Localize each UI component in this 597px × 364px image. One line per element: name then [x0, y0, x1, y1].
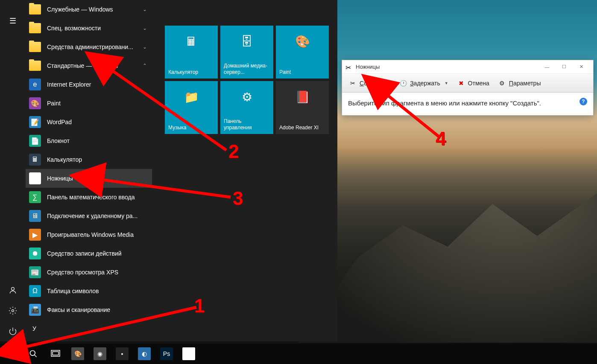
- windows-logo-icon: [7, 350, 15, 358]
- gear-icon: ⚙: [498, 79, 506, 87]
- search-button[interactable]: [22, 344, 44, 364]
- start-button[interactable]: [0, 344, 22, 364]
- app-icon: e: [29, 79, 41, 90]
- tile-icon: 📁: [182, 88, 200, 106]
- tile-group: 🖩 Калькулятор🗄 Домашний медиа-сервер...🎨…: [165, 26, 329, 134]
- folder-label: Средства администрировани...: [47, 44, 133, 50]
- snipping-tool-window: ✂ Ножницы — ☐ ✕ ✂ Создать ▼ 🕐 Задержать …: [342, 60, 594, 116]
- app-item[interactable]: ✂ Ножницы: [26, 169, 152, 188]
- folder-item[interactable]: Спец. возможности ⌄: [26, 19, 152, 38]
- maximize-button[interactable]: ☐: [556, 61, 573, 73]
- taskbar-app-snip[interactable]: ✂: [178, 344, 200, 364]
- app-icon: 📰: [29, 266, 41, 278]
- app-item[interactable]: 📝 WordPad: [26, 113, 152, 131]
- start-menu: ☰ Служебные — Windows ⌄ Спец. возможност…: [0, 0, 337, 341]
- app-item[interactable]: e Internet Explorer: [26, 75, 152, 94]
- folder-icon: [29, 23, 41, 33]
- help-icon[interactable]: ?: [579, 98, 587, 105]
- close-button[interactable]: ✕: [573, 61, 590, 73]
- app-item[interactable]: 🖩 Калькулятор: [26, 150, 152, 169]
- app-label: Факсы и сканирование: [47, 306, 110, 313]
- taskbar-app-disc[interactable]: ◐: [133, 344, 155, 364]
- cancel-label: Отмена: [468, 80, 489, 87]
- folder-item[interactable]: Стандартные — Windows ⌃: [26, 56, 152, 75]
- app-icon: 📠: [29, 304, 41, 316]
- delay-label: Задержать: [410, 80, 440, 87]
- user-icon[interactable]: [0, 280, 26, 300]
- app-label: Калькулятор: [47, 156, 82, 163]
- scissors-icon: ✂: [348, 79, 357, 87]
- taskbar-app-photoshop[interactable]: Ps: [155, 344, 178, 364]
- cancel-icon: ✖: [457, 79, 465, 87]
- folder-item[interactable]: Средства администрировани... ⌄: [26, 38, 152, 56]
- app-item[interactable]: Ω Таблица символов: [26, 282, 152, 300]
- annotation-4: 4: [436, 128, 446, 149]
- cancel-button[interactable]: ✖ Отмена: [453, 76, 493, 90]
- app-item[interactable]: ▶ Проигрыватель Windows Media: [26, 225, 152, 244]
- tile[interactable]: ⚙ Панель управления: [220, 81, 273, 134]
- tile-icon: 📕: [293, 88, 311, 106]
- taskbar-app-chrome[interactable]: ◉: [89, 344, 111, 364]
- chevron-down-icon[interactable]: ▼: [445, 81, 448, 85]
- chevron-icon: ⌃: [143, 63, 147, 69]
- annotation-1: 1: [194, 295, 205, 317]
- folder-icon: [29, 42, 41, 52]
- tile[interactable]: 📕 Adobe Reader XI: [276, 81, 329, 134]
- create-button[interactable]: ✂ Создать ▼: [345, 76, 394, 90]
- app-icon: Ω: [29, 285, 41, 297]
- chevron-down-icon[interactable]: ▼: [386, 81, 390, 85]
- tile-label: Калькулятор: [168, 69, 214, 75]
- delay-button[interactable]: 🕐 Задержать ▼: [395, 76, 452, 90]
- app-item[interactable]: 📰 Средство просмотра XPS: [26, 263, 152, 282]
- settings-button[interactable]: ⚙ Параметры: [494, 76, 545, 90]
- snip-icon: ✂: [182, 347, 195, 360]
- titlebar[interactable]: ✂ Ножницы — ☐ ✕: [342, 60, 593, 74]
- svg-point-1: [12, 310, 14, 312]
- tile[interactable]: 🖩 Калькулятор: [165, 26, 218, 79]
- app-item[interactable]: 📠 Факсы и сканирование: [26, 300, 152, 319]
- app-item[interactable]: 🎨 Paint: [26, 94, 152, 113]
- tile-label: Музыка: [168, 125, 214, 131]
- app-icon: 🖥: [29, 210, 41, 222]
- tiles-area: 🖩 Калькулятор🗄 Домашний медиа-сервер...🎨…: [152, 0, 337, 341]
- app-item[interactable]: 📄 Блокнот: [26, 131, 152, 150]
- minimize-button[interactable]: —: [538, 61, 556, 73]
- taskbar-app-paint[interactable]: 🎨: [67, 344, 89, 364]
- app-label: Ножницы: [47, 175, 73, 182]
- letter-header[interactable]: У: [26, 319, 152, 338]
- hamburger-icon[interactable]: ☰: [0, 11, 26, 31]
- app-icon: 📄: [29, 135, 41, 147]
- app-label: Проигрыватель Windows Media: [47, 231, 134, 238]
- app-list[interactable]: Служебные — Windows ⌄ Спец. возможности …: [26, 0, 152, 341]
- taskview-button[interactable]: [44, 344, 67, 364]
- app-item[interactable]: 🖥 Подключение к удаленному ра...: [26, 207, 152, 225]
- chrome-icon: ◉: [94, 347, 106, 360]
- paint-icon: 🎨: [71, 347, 84, 360]
- chevron-icon: ⌄: [143, 44, 147, 50]
- tile-icon: 🖩: [182, 32, 200, 50]
- tile[interactable]: 🗄 Домашний медиа-сервер...: [220, 26, 273, 79]
- cmd-icon: ▪: [116, 347, 129, 360]
- create-label: Создать: [360, 80, 382, 87]
- tile[interactable]: 📁 Музыка: [165, 81, 218, 134]
- taskbar-app-cmd[interactable]: ▪: [111, 344, 133, 364]
- scissors-icon: ✂: [345, 64, 352, 70]
- tile[interactable]: 🎨 Paint: [276, 26, 329, 79]
- annotation-3: 3: [233, 188, 243, 209]
- power-icon[interactable]: [0, 321, 26, 341]
- app-label: Подключение к удаленному ра...: [47, 213, 138, 219]
- tile-label: Paint: [279, 69, 325, 75]
- tile-label: Домашний медиа-сервер...: [224, 63, 270, 75]
- app-item[interactable]: ∑ Панель математического ввода: [26, 188, 152, 207]
- svg-line-3: [35, 355, 37, 357]
- app-label: Блокнот: [47, 137, 70, 144]
- tile-icon: 🗄: [238, 32, 256, 50]
- app-item[interactable]: ⏺ Средство записи действий: [26, 244, 152, 263]
- settings-icon[interactable]: [0, 300, 26, 321]
- instruction-text: Выберите тип фрагмента в меню или нажмит…: [342, 93, 593, 115]
- toolbar: ✂ Создать ▼ 🕐 Задержать ▼ ✖ Отмена ⚙ Пар…: [342, 74, 593, 93]
- folder-item[interactable]: Служебные — Windows ⌄: [26, 0, 152, 19]
- app-label: Internet Explorer: [47, 81, 91, 88]
- app-icon: 📝: [29, 116, 41, 128]
- app-label: Средство записи действий: [47, 250, 122, 257]
